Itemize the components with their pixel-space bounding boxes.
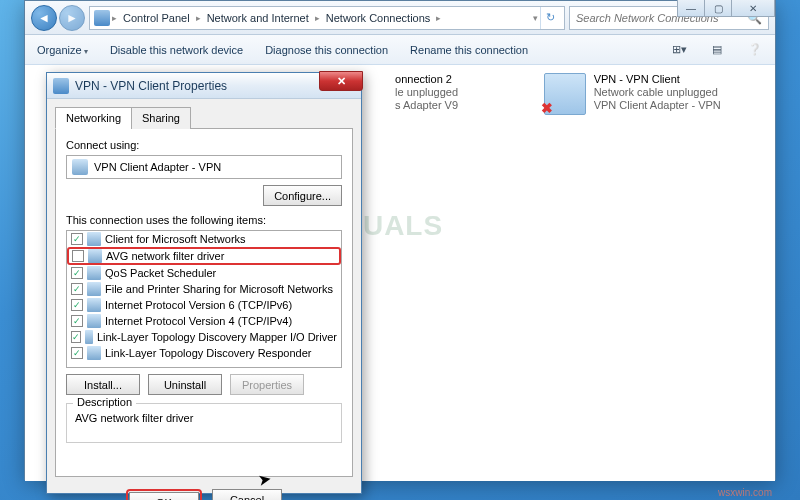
- dialog-icon: [53, 78, 69, 94]
- description-text: AVG network filter driver: [75, 412, 333, 424]
- list-item[interactable]: Internet Protocol Version 4 (TCP/IPv4): [67, 313, 341, 329]
- component-icon: [87, 266, 101, 280]
- checkbox[interactable]: [71, 233, 83, 245]
- preview-pane-icon[interactable]: ▤: [707, 40, 727, 60]
- tab-panel-networking: Connect using: VPN Client Adapter - VPN …: [55, 129, 353, 477]
- list-item[interactable]: QoS Packet Scheduler: [67, 265, 341, 281]
- component-icon: [88, 249, 102, 263]
- list-item[interactable]: Internet Protocol Version 6 (TCP/IPv6): [67, 297, 341, 313]
- description-group: Description AVG network filter driver: [66, 403, 342, 443]
- forward-button[interactable]: ►: [59, 5, 85, 31]
- component-icon: [85, 330, 93, 344]
- list-item[interactable]: Client for Microsoft Networks: [67, 231, 341, 247]
- install-button[interactable]: Install...: [66, 374, 140, 395]
- breadcrumb-seg-control-panel[interactable]: Control Panel: [119, 10, 194, 26]
- diagnose-button[interactable]: Diagnose this connection: [263, 40, 390, 60]
- connection-status: le unplugged: [395, 86, 458, 98]
- list-item-label: Internet Protocol Version 6 (TCP/IPv6): [105, 299, 292, 311]
- adapter-name: VPN Client Adapter - VPN: [94, 161, 221, 173]
- address-bar: ◄ ► ▸ Control Panel ▸ Network and Intern…: [25, 1, 775, 35]
- list-item-label: Link-Layer Topology Discovery Mapper I/O…: [97, 331, 337, 343]
- network-icon: [94, 10, 110, 26]
- description-label: Description: [73, 396, 136, 408]
- rename-button[interactable]: Rename this connection: [408, 40, 530, 60]
- dialog-titlebar[interactable]: VPN - VPN Client Properties ✕: [47, 73, 361, 99]
- list-item-label: File and Printer Sharing for Microsoft N…: [105, 283, 333, 295]
- component-icon: [87, 282, 101, 296]
- connection-name: VPN - VPN Client: [594, 73, 721, 85]
- list-item-label: QoS Packet Scheduler: [105, 267, 216, 279]
- maximize-button[interactable]: ▢: [704, 0, 732, 17]
- tab-sharing[interactable]: Sharing: [131, 107, 191, 129]
- connection-adapter: VPN Client Adapter - VPN: [594, 99, 721, 111]
- minimize-button[interactable]: —: [677, 0, 705, 17]
- cancel-button[interactable]: Cancel: [212, 489, 282, 500]
- list-item-label: Internet Protocol Version 4 (TCP/IPv4): [105, 315, 292, 327]
- ok-highlight: OK: [126, 489, 202, 500]
- adapter-field: VPN Client Adapter - VPN: [66, 155, 342, 179]
- chevron-right-icon: ▸: [315, 13, 320, 23]
- properties-dialog: VPN - VPN Client Properties ✕ Networking…: [46, 72, 362, 494]
- command-bar: Organize Disable this network device Dia…: [25, 35, 775, 65]
- component-icon: [87, 314, 101, 328]
- component-icon: [87, 346, 101, 360]
- connection-status: Network cable unplugged: [594, 86, 721, 98]
- tab-networking[interactable]: Networking: [55, 107, 132, 129]
- checkbox[interactable]: [71, 299, 83, 311]
- dialog-title: VPN - VPN Client Properties: [75, 79, 227, 93]
- back-button[interactable]: ◄: [31, 5, 57, 31]
- items-listbox[interactable]: Client for Microsoft NetworksAVG network…: [66, 230, 342, 368]
- adapter-icon: [72, 159, 88, 175]
- items-label: This connection uses the following items…: [66, 214, 342, 226]
- component-icon: [87, 232, 101, 246]
- properties-button[interactable]: Properties: [230, 374, 304, 395]
- list-item[interactable]: Link-Layer Topology Discovery Mapper I/O…: [67, 329, 341, 345]
- component-icon: [87, 298, 101, 312]
- organize-menu[interactable]: Organize: [35, 40, 90, 60]
- chevron-right-icon: ▸: [112, 13, 117, 23]
- checkbox[interactable]: [71, 283, 83, 295]
- connection-item-vpn[interactable]: VPN - VPN Client Network cable unplugged…: [544, 73, 761, 473]
- dialog-footer: OK Cancel: [47, 483, 361, 500]
- network-adapter-icon: [544, 73, 586, 115]
- chevron-right-icon: ▸: [196, 13, 201, 23]
- dialog-close-button[interactable]: ✕: [319, 71, 363, 91]
- close-button[interactable]: ✕: [731, 0, 775, 17]
- connection-item-lan2[interactable]: onnection 2 le unplugged s Adapter V9: [395, 73, 514, 473]
- connection-name: onnection 2: [395, 73, 458, 85]
- list-item[interactable]: AVG network filter driver: [67, 247, 341, 265]
- chevron-down-icon[interactable]: ▾: [533, 13, 538, 23]
- disable-device-button[interactable]: Disable this network device: [108, 40, 245, 60]
- list-item[interactable]: File and Printer Sharing for Microsoft N…: [67, 281, 341, 297]
- configure-button[interactable]: Configure...: [263, 185, 342, 206]
- list-item-label: Link-Layer Topology Discovery Responder: [105, 347, 311, 359]
- view-menu-icon[interactable]: ⊞▾: [669, 40, 689, 60]
- help-icon[interactable]: ❔: [745, 40, 765, 60]
- breadcrumb-seg-network-internet[interactable]: Network and Internet: [203, 10, 313, 26]
- tab-strip: Networking Sharing: [55, 107, 353, 129]
- breadcrumb[interactable]: ▸ Control Panel ▸ Network and Internet ▸…: [89, 6, 565, 30]
- chevron-right-icon: ▸: [436, 13, 441, 23]
- connect-using-label: Connect using:: [66, 139, 342, 151]
- ok-button[interactable]: OK: [129, 492, 199, 500]
- uninstall-button[interactable]: Uninstall: [148, 374, 222, 395]
- watermark-text: wsxwin.com: [718, 487, 772, 498]
- checkbox[interactable]: [71, 347, 83, 359]
- breadcrumb-seg-network-connections[interactable]: Network Connections: [322, 10, 435, 26]
- checkbox[interactable]: [71, 267, 83, 279]
- list-item-label: AVG network filter driver: [106, 250, 224, 262]
- connection-adapter: s Adapter V9: [395, 99, 458, 111]
- window-controls: — ▢ ✕: [678, 0, 775, 17]
- list-item-label: Client for Microsoft Networks: [105, 233, 246, 245]
- list-item[interactable]: Link-Layer Topology Discovery Responder: [67, 345, 341, 361]
- checkbox[interactable]: [72, 250, 84, 262]
- checkbox[interactable]: [71, 315, 83, 327]
- checkbox[interactable]: [71, 331, 81, 343]
- refresh-icon[interactable]: ↻: [540, 7, 560, 29]
- nav-buttons: ◄ ►: [31, 5, 85, 31]
